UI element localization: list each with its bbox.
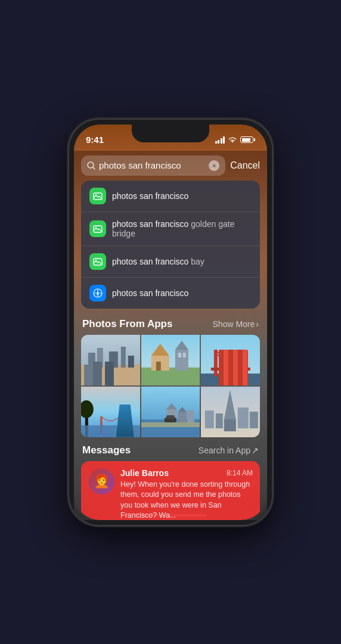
photo-cell-4[interactable] [81, 387, 140, 437]
messages-section: Messages Search in App ↗ 🧑‍🦰 Julie Barro… [81, 444, 260, 520]
photo-cell-1[interactable] [81, 335, 140, 385]
status-icons [215, 136, 256, 144]
suggestion-text-1: photos san francisco [112, 191, 252, 201]
svg-rect-59 [238, 407, 249, 428]
sender-name: Julie Barros [120, 468, 169, 478]
svg-rect-32 [211, 368, 250, 371]
svg-rect-46 [141, 422, 200, 427]
svg-point-5 [95, 227, 97, 228]
photo-cell-3[interactable] [201, 335, 260, 385]
phone-screen: 9:41 [74, 125, 267, 520]
svg-rect-31 [243, 350, 247, 377]
message-card[interactable]: 🧑‍🦰 Julie Barros 8:14 AM Hey! When you'r… [81, 461, 260, 520]
search-clear-button[interactable]: × [209, 160, 219, 171]
suggestion-item-4[interactable]: photos san francisco [81, 278, 260, 309]
scroll-content: photos san francisco × Cancel [74, 151, 267, 520]
search-bar: photos san francisco × Cancel [81, 155, 260, 176]
svg-rect-17 [121, 347, 126, 368]
svg-rect-56 [224, 419, 236, 431]
svg-rect-29 [201, 374, 260, 385]
photo-cell-5[interactable] [141, 387, 200, 437]
svg-rect-57 [205, 410, 214, 428]
svg-rect-26 [178, 353, 181, 357]
search-icon [87, 161, 95, 170]
svg-line-1 [93, 167, 95, 169]
signal-icon [215, 136, 225, 144]
photos-show-more-button[interactable]: Show More › [213, 319, 259, 329]
svg-point-7 [95, 260, 97, 261]
photo-cell-6[interactable] [201, 387, 260, 437]
message-time: 8:14 AM [227, 469, 253, 477]
suggestion-text-3: photos san francisco bay [112, 257, 252, 266]
svg-point-3 [95, 194, 97, 195]
messages-section-header: Messages Search in App ↗ [81, 444, 260, 456]
suggestion-item-2[interactable]: photos san francisco golden gate bridge [81, 212, 260, 246]
safari-app-icon [89, 285, 106, 301]
photo-grid [81, 335, 260, 437]
svg-rect-58 [216, 413, 223, 428]
photos-app-icon-2 [89, 220, 106, 237]
svg-rect-60 [250, 412, 258, 428]
suggestion-text-4: photos san francisco [112, 288, 252, 298]
search-query-text: photos san francisco [99, 160, 205, 170]
svg-rect-24 [175, 350, 188, 371]
phone-frame: 9:41 [69, 120, 272, 525]
svg-rect-18 [128, 356, 134, 368]
photos-section-header: Photos From Apps Show More › [81, 318, 260, 330]
suggestion-item-1[interactable]: photos san francisco [81, 181, 260, 212]
svg-rect-13 [81, 365, 140, 385]
notch [132, 125, 209, 142]
svg-rect-43 [81, 425, 140, 437]
svg-rect-23 [156, 362, 160, 371]
content-area: photos san francisco × Cancel [74, 151, 267, 520]
suggestion-text-2: photos san francisco golden gate bridge [112, 219, 252, 238]
svg-rect-15 [97, 348, 103, 368]
search-input-container[interactable]: photos san francisco × [81, 155, 225, 176]
svg-rect-49 [187, 410, 194, 422]
messages-section-title: Messages [82, 444, 131, 456]
photos-app-icon [89, 188, 106, 204]
suggestion-item-3[interactable]: photos san francisco bay [81, 246, 260, 278]
svg-rect-20 [141, 368, 200, 385]
suggestions-list: photos san francisco [81, 181, 260, 309]
wifi-icon [228, 136, 237, 144]
battery-icon [240, 136, 255, 143]
photos-section: Photos From Apps Show More › [81, 318, 260, 437]
photos-section-title: Photos From Apps [82, 318, 172, 330]
cancel-button[interactable]: Cancel [230, 160, 260, 171]
status-time: 9:41 [86, 135, 104, 145]
avatar: 🧑‍🦰 [88, 468, 114, 494]
svg-rect-48 [178, 412, 186, 422]
svg-rect-14 [88, 353, 95, 368]
message-preview: Hey! When you're done sorting through th… [120, 480, 253, 520]
message-body: Julie Barros 8:14 AM Hey! When you're do… [120, 468, 253, 520]
messages-search-in-app-button[interactable]: Search in App ↗ [199, 446, 259, 455]
photos-app-icon-3 [89, 253, 106, 270]
photo-cell-2[interactable] [141, 335, 200, 385]
svg-rect-16 [109, 351, 118, 368]
svg-rect-42 [119, 416, 121, 434]
svg-rect-53 [166, 415, 174, 419]
svg-rect-27 [182, 353, 185, 357]
message-header: Julie Barros 8:14 AM [120, 468, 253, 478]
